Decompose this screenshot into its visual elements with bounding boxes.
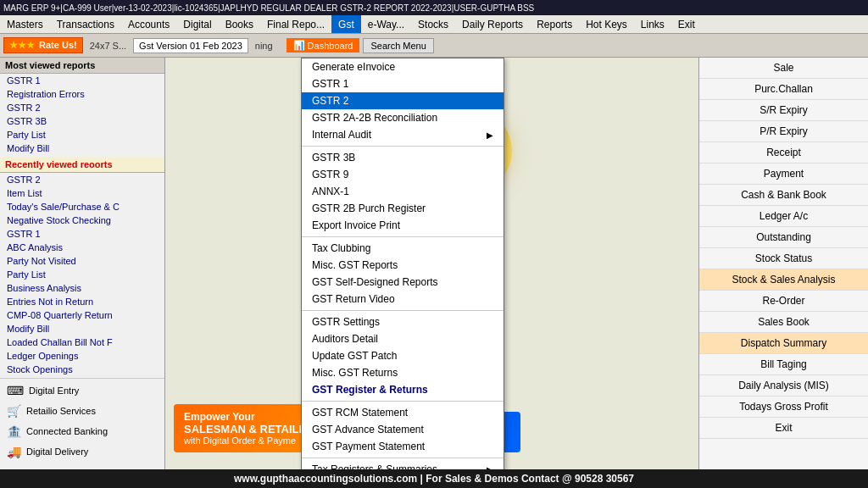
- dropdown-tax-registers[interactable]: Tax Registers & Summaries ▶: [302, 461, 504, 469]
- dropdown-gst-self[interactable]: GST Self-Designed Reports: [302, 274, 504, 291]
- menu-hot-keys[interactable]: Hot Keys: [579, 15, 634, 33]
- rp-sr-expiry[interactable]: S/R Expiry: [699, 100, 868, 121]
- dropdown-misc-returns[interactable]: Misc. GST Returns: [302, 364, 504, 381]
- rp-todays-gross[interactable]: Todays Gross Profit: [699, 396, 868, 418]
- rp-pr-expiry[interactable]: P/R Expiry: [699, 121, 868, 142]
- sidebar-link-todays-sale[interactable]: Today's Sale/Purchase & C: [0, 200, 164, 214]
- menu-digital[interactable]: Digital: [176, 15, 218, 33]
- dropdown-gstr2b-purch[interactable]: GSTR 2B Purch Register: [302, 200, 504, 217]
- dropdown-update-patch[interactable]: Update GST Patch: [302, 347, 504, 364]
- sidebar-link-business[interactable]: Business Analysis: [0, 281, 164, 295]
- sidebar-bottom-digital-entry[interactable]: ⌨ Digital Entry: [0, 380, 164, 401]
- sidebar-link-gstr3b[interactable]: GSTR 3B: [0, 114, 164, 128]
- sidebar-link-entries[interactable]: Entries Not in Return: [0, 295, 164, 308]
- sidebar-link-abc[interactable]: ABC Analysis: [0, 241, 164, 254]
- sidebar-link-gstr2[interactable]: GSTR 2: [0, 101, 164, 114]
- sidebar-link-stock-openings[interactable]: Stock Openings: [0, 363, 164, 376]
- search-menu-button[interactable]: Search Menu: [363, 38, 433, 53]
- dashboard-icon: 📊: [293, 40, 305, 51]
- rp-dispatch-summary[interactable]: Dispatch Summary: [699, 333, 868, 354]
- toolbar-version: Gst Version 01 Feb 2023: [133, 38, 248, 53]
- sidebar-link-party-list-rv[interactable]: Party List: [0, 268, 164, 281]
- sidebar-link-ledger-openings[interactable]: Ledger Openings: [0, 349, 164, 363]
- dropdown-gst-register[interactable]: GST Register & Returns: [302, 381, 504, 398]
- dropdown-gst-rcm[interactable]: GST RCM Statement: [302, 404, 504, 421]
- sidebar-link-gstr1-rv[interactable]: GSTR 1: [0, 227, 164, 241]
- main-layout: Most viewed reports GSTR 1 Registration …: [0, 58, 868, 469]
- dropdown-gstr3b[interactable]: GSTR 3B: [302, 149, 504, 166]
- banking-icon: 🏦: [7, 424, 21, 438]
- dropdown-gstr-settings[interactable]: GSTR Settings: [302, 313, 504, 330]
- toolbar-training: ning: [252, 41, 276, 51]
- rp-stock-status[interactable]: Stock Status: [699, 248, 868, 269]
- rp-purc-challan[interactable]: Purc.Challan: [699, 79, 868, 100]
- submenu-arrow-icon: ▶: [487, 130, 493, 140]
- menu-daily-reports[interactable]: Daily Reports: [455, 15, 530, 33]
- sidebar-link-reg-errors[interactable]: Registration Errors: [0, 87, 164, 101]
- sidebar-link-modify-bill[interactable]: Modify Bill: [0, 141, 164, 155]
- gst-dropdown-menu: Generate eInvoice GSTR 1 GSTR 2 GSTR 2A-…: [301, 58, 504, 469]
- sidebar-bottom-retailio[interactable]: 🛒 Retailio Services: [0, 401, 164, 421]
- sidebar-link-modify-bill-rv[interactable]: Modify Bill: [0, 322, 164, 336]
- dropdown-gen-einvoice[interactable]: Generate eInvoice: [302, 58, 504, 75]
- sidebar-link-gstr2-rv[interactable]: GSTR 2: [0, 173, 164, 186]
- sidebar-link-gstr1[interactable]: GSTR 1: [0, 74, 164, 87]
- sidebar-link-party-list[interactable]: Party List: [0, 128, 164, 141]
- dropdown-gstr1[interactable]: GSTR 1: [302, 75, 504, 92]
- sidebar-link-cmp08[interactable]: CMP-08 Quarterly Return: [0, 308, 164, 322]
- menu-final-reports[interactable]: Final Repo...: [260, 15, 331, 33]
- dropdown-gst-payment[interactable]: GST Payment Statement: [302, 438, 504, 455]
- menu-links[interactable]: Links: [634, 15, 671, 33]
- menu-accounts[interactable]: Accounts: [121, 15, 176, 33]
- rp-daily-analysis[interactable]: Daily Analysis (MIS): [699, 375, 868, 396]
- dropdown-annx1[interactable]: ANNX-1: [302, 183, 504, 200]
- most-viewed-title: Most viewed reports: [0, 58, 164, 74]
- dropdown-tax-clubbing[interactable]: Tax Clubbing: [302, 240, 504, 257]
- rp-sales-book[interactable]: Sales Book: [699, 312, 868, 333]
- dropdown-sep-2: [302, 236, 504, 237]
- sidebar-link-item-list[interactable]: Item List: [0, 186, 164, 200]
- rp-stock-sales[interactable]: Stock & Sales Analysis: [699, 269, 868, 291]
- dropdown-gstr2a-recon[interactable]: GSTR 2A-2B Reconciliation: [302, 109, 504, 126]
- rp-cash-bank[interactable]: Cash & Bank Book: [699, 185, 868, 206]
- title-bar: MARG ERP 9+|CA-999 User|ver-13-02-2023|l…: [0, 0, 868, 15]
- rp-reorder[interactable]: Re-Order: [699, 291, 868, 312]
- dropdown-gstr2[interactable]: GSTR 2: [302, 92, 504, 109]
- dropdown-misc-gst[interactable]: Misc. GST Reports: [302, 257, 504, 274]
- rp-sale[interactable]: Sale: [699, 58, 868, 79]
- sidebar-bottom-digital-delivery[interactable]: 🚚 Digital Delivery: [0, 441, 164, 462]
- rp-receipt[interactable]: Receipt: [699, 142, 868, 164]
- dashboard-button[interactable]: 📊 Dashboard: [287, 38, 360, 53]
- dropdown-internal-audit[interactable]: Internal Audit ▶: [302, 126, 504, 143]
- menu-gst[interactable]: Gst: [331, 15, 361, 33]
- rate-us-button[interactable]: ★★★ Rate Us!: [3, 37, 83, 53]
- menu-exit[interactable]: Exit: [671, 15, 702, 33]
- dropdown-gstr9[interactable]: GSTR 9: [302, 166, 504, 183]
- dropdown-gst-advance[interactable]: GST Advance Statement: [302, 421, 504, 438]
- rp-outstanding[interactable]: Outstanding: [699, 227, 868, 248]
- menu-books[interactable]: Books: [219, 15, 260, 33]
- right-panel: Sale Purc.Challan S/R Expiry P/R Expiry …: [698, 58, 868, 469]
- rp-bill-taging[interactable]: Bill Taging: [699, 354, 868, 375]
- dropdown-gst-video[interactable]: GST Return Video: [302, 291, 504, 308]
- dropdown-sep-3: [302, 310, 504, 311]
- menu-bar: Masters Transactions Accounts Digital Bo…: [0, 15, 868, 34]
- menu-transactions[interactable]: Transactions: [50, 15, 121, 33]
- content-area: 30 Generate eInvoice GSTR 1 GSTR 2 GSTR …: [165, 58, 698, 469]
- toolbar-24x7: 24x7 S...: [86, 41, 130, 51]
- sidebar-link-loaded-challan[interactable]: Loaded Challan Bill Not F: [0, 336, 164, 349]
- rp-payment[interactable]: Payment: [699, 164, 868, 185]
- menu-eway[interactable]: e-Way...: [361, 15, 411, 33]
- sidebar-link-neg-stock[interactable]: Negative Stock Checking: [0, 214, 164, 227]
- menu-reports[interactable]: Reports: [530, 15, 579, 33]
- menu-stocks[interactable]: Stocks: [411, 15, 455, 33]
- menu-masters[interactable]: Masters: [0, 15, 50, 33]
- sidebar-link-party-not-visited[interactable]: Party Not Visited: [0, 254, 164, 268]
- footer-text: www.gupthaaccountingsolutions.com | For …: [234, 473, 634, 485]
- rp-ledger-ac[interactable]: Ledger A/c: [699, 206, 868, 227]
- retailio-icon: 🛒: [7, 404, 21, 418]
- dropdown-export-inv[interactable]: Export Invoice Print: [302, 217, 504, 234]
- rp-exit[interactable]: Exit: [699, 418, 868, 439]
- dropdown-auditors[interactable]: Auditors Detail: [302, 330, 504, 347]
- sidebar-bottom-connected-banking[interactable]: 🏦 Connected Banking: [0, 421, 164, 441]
